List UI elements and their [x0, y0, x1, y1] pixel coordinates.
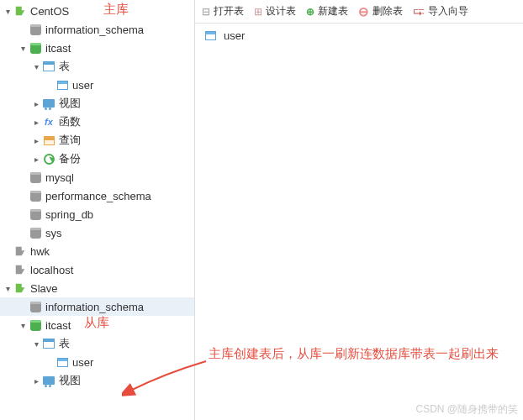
open-icon: ⊟: [202, 6, 210, 18]
queries-group[interactable]: ▸ 查询: [0, 131, 194, 150]
content-table-user[interactable]: user: [203, 29, 515, 42]
tree-label: 备份: [59, 151, 81, 166]
database-icon: [29, 189, 42, 202]
expand-icon: ▸: [30, 376, 42, 386]
connection-icon: [13, 281, 27, 295]
view-icon: [42, 374, 55, 387]
tree-label: user: [72, 79, 93, 92]
table-user[interactable]: user: [0, 76, 194, 94]
tree-label: 表: [59, 336, 70, 351]
toolbar-label: 删除表: [372, 4, 403, 18]
database-icon: [29, 207, 42, 221]
database-icon: [29, 23, 42, 36]
view-icon: [42, 97, 55, 110]
db-mysql[interactable]: mysql: [0, 168, 194, 186]
tables-group-2[interactable]: ▾ 表: [0, 334, 194, 353]
tree-label: localhost: [30, 264, 73, 276]
create-table-button[interactable]: ⊕ 新建表: [306, 4, 348, 18]
tree-label: hwk: [30, 245, 50, 258]
expand-icon: ▸: [30, 118, 42, 127]
tree-label: Slave: [30, 282, 58, 295]
toolbar-label: 打开表: [214, 4, 244, 18]
function-icon: fx: [42, 115, 55, 129]
expand-icon: ▸: [30, 155, 42, 164]
toolbar-label: 导入向导: [428, 4, 468, 18]
tree-label: 查询: [59, 133, 81, 148]
collapse-icon: ▾: [17, 321, 29, 330]
item-label: user: [224, 29, 245, 42]
db-information-schema[interactable]: information_schema: [0, 20, 194, 39]
backup-icon: [42, 152, 55, 165]
table-icon: [55, 78, 69, 92]
collapse-icon: ▾: [2, 7, 13, 16]
minus-icon: ⊖: [358, 4, 369, 19]
db-itcast[interactable]: ▾ itcast: [0, 39, 194, 57]
tree-label: 函数: [59, 114, 81, 129]
collapse-icon: ▾: [2, 284, 13, 293]
watermark: CSDN @随身携带的笑: [415, 402, 518, 417]
tree-label: performance_schema: [45, 190, 151, 202]
table-icon: [55, 355, 69, 369]
toolbar-label: 新建表: [318, 4, 348, 18]
database-icon: [29, 318, 42, 332]
tables-icon: [42, 60, 55, 73]
tree-label: 视图: [59, 373, 81, 388]
tree-label: user: [72, 356, 93, 369]
conn-hwk[interactable]: hwk: [0, 242, 194, 260]
collapse-icon: ▾: [30, 62, 42, 71]
conn-localhost[interactable]: localhost: [0, 260, 194, 279]
import-icon: ⮓: [413, 5, 425, 18]
database-icon: [29, 300, 42, 313]
tree-label: itcast: [45, 42, 71, 55]
functions-group[interactable]: ▸ fx 函数: [0, 113, 194, 131]
tree-label: information_schema: [45, 301, 144, 313]
tree-label: spring_db: [45, 208, 93, 221]
collapse-icon: ▾: [30, 339, 42, 349]
expand-icon: ▸: [30, 99, 42, 108]
toolbar-label: 设计表: [266, 4, 296, 18]
db-sys[interactable]: sys: [0, 223, 194, 242]
expand-icon: ▸: [30, 136, 42, 145]
open-table-button[interactable]: ⊟ 打开表: [202, 4, 244, 18]
tree-label: 表: [59, 59, 70, 74]
db-itcast-2[interactable]: ▾ itcast: [0, 316, 194, 334]
database-icon: [29, 226, 42, 239]
tree-label: sys: [45, 227, 62, 239]
db-performance-schema[interactable]: performance_schema: [0, 186, 194, 205]
toolbar: ⊟ 打开表 ⊞ 设计表 ⊕ 新建表 ⊖ 删除表 ⮓ 导入向导: [195, 0, 523, 24]
plus-icon: ⊕: [306, 6, 314, 18]
connection-icon: [13, 4, 27, 18]
main-panel: ⊟ 打开表 ⊞ 设计表 ⊕ 新建表 ⊖ 删除表 ⮓ 导入向导: [195, 0, 523, 420]
conn-slave[interactable]: ▾ Slave: [0, 279, 194, 297]
tree-label: information_schema: [45, 24, 144, 36]
collapse-icon: ▾: [17, 44, 29, 53]
tree-label: itcast: [45, 319, 71, 332]
conn-centos[interactable]: ▾ CentOS: [0, 2, 194, 20]
query-icon: [42, 134, 55, 147]
db-spring-db[interactable]: spring_db: [0, 205, 194, 223]
views-group-2[interactable]: ▸ 视图: [0, 371, 194, 390]
design-table-button[interactable]: ⊞ 设计表: [254, 4, 296, 18]
views-group[interactable]: ▸ 视图: [0, 94, 194, 113]
connection-icon: [13, 263, 27, 276]
connection-icon: [13, 244, 27, 258]
backup-group[interactable]: ▸ 备份: [0, 150, 194, 168]
delete-table-button[interactable]: ⊖ 删除表: [358, 4, 403, 19]
table-icon: [203, 29, 217, 42]
db-information-schema-2[interactable]: information_schema: [0, 297, 194, 316]
database-icon: [29, 41, 42, 55]
connection-tree: ▾ CentOS information_schema ▾ itcast ▾ 表…: [0, 0, 195, 420]
tree-label: mysql: [45, 171, 74, 184]
tables-group[interactable]: ▾ 表: [0, 57, 194, 76]
tables-icon: [42, 337, 55, 350]
tree-label: CentOS: [30, 5, 69, 18]
tree-label: 视图: [59, 96, 81, 111]
content-area: user: [195, 24, 523, 420]
import-button[interactable]: ⮓ 导入向导: [413, 4, 468, 18]
table-user-2[interactable]: user: [0, 353, 194, 371]
database-icon: [29, 171, 42, 184]
design-icon: ⊞: [254, 6, 262, 18]
